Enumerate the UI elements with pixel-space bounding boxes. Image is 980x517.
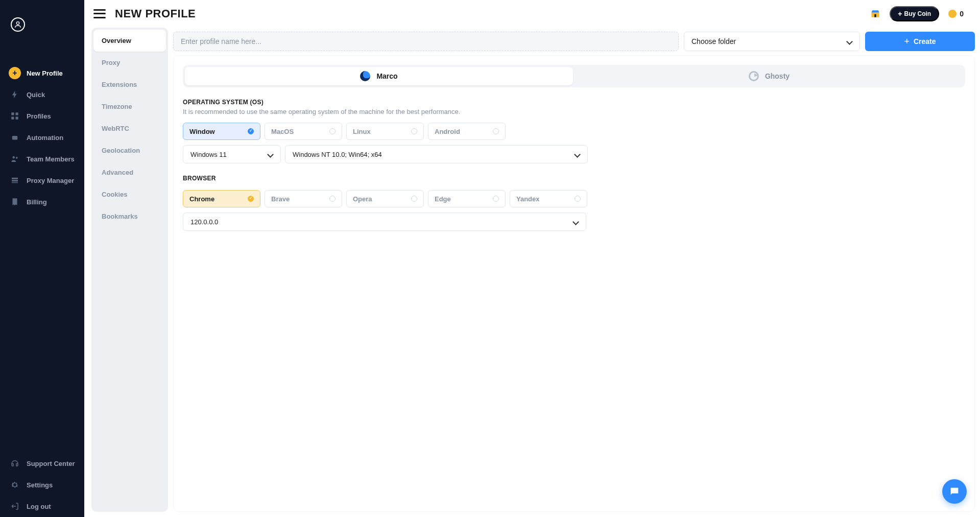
svg-rect-4 <box>16 117 18 120</box>
os-macos[interactable]: MacOS <box>265 123 342 140</box>
os-options: Window MacOS Linux Android <box>183 123 965 140</box>
nav-new-profile[interactable]: + New Profile <box>0 62 84 84</box>
radio-empty-icon <box>493 196 499 202</box>
sidebar-nav: + New Profile Quick Profiles Automation … <box>0 62 84 213</box>
coin-balance-value: 0 <box>960 10 964 18</box>
main-area: NEW PROFILE +Buy Coin 0 Overview Proxy E… <box>84 0 980 517</box>
grid-icon <box>10 111 19 121</box>
nav-team[interactable]: Team Members <box>0 148 84 170</box>
panel-header-row: Choose folder + Create <box>173 28 975 55</box>
mode-tabs: Marco Ghosty <box>183 65 965 87</box>
gear-icon <box>10 480 19 489</box>
tab-bookmarks[interactable]: Bookmarks <box>93 205 166 227</box>
tab-cookies[interactable]: Cookies <box>93 183 166 205</box>
os-ua-select[interactable]: Windows NT 10.0; Win64; x64 <box>285 145 588 163</box>
tab-advanced[interactable]: Advanced <box>93 161 166 183</box>
os-linux[interactable]: Linux <box>346 123 424 140</box>
mode-marco[interactable]: Marco <box>185 67 573 85</box>
nav-proxy-manager[interactable]: Proxy Manager <box>0 170 84 191</box>
browser-yandex[interactable]: Yandex <box>510 190 587 207</box>
nav-label: Proxy Manager <box>27 177 74 184</box>
main-panel: Choose folder + Create Marco <box>173 28 975 512</box>
chat-bubble-button[interactable] <box>942 479 967 504</box>
svg-rect-14 <box>875 14 876 17</box>
stack-icon <box>10 176 19 185</box>
os-android[interactable]: Android <box>428 123 506 140</box>
browser-brave[interactable]: Brave <box>265 190 342 207</box>
radio-empty-icon <box>575 196 581 202</box>
os-window[interactable]: Window <box>183 123 260 140</box>
bolt-icon <box>10 90 19 99</box>
chip-label: Window <box>189 128 215 135</box>
os-title: OPERATING SYSTEM (OS) <box>183 99 965 106</box>
store-icon[interactable] <box>870 9 880 19</box>
radio-empty-icon <box>411 128 417 134</box>
buy-coin-button[interactable]: +Buy Coin <box>890 6 939 21</box>
browser-chrome[interactable]: Chrome <box>183 190 260 207</box>
check-circle-icon <box>248 128 254 134</box>
chevron-down-icon <box>846 38 852 44</box>
ghosty-icon <box>749 71 759 81</box>
tab-timezone[interactable]: Timezone <box>93 96 166 118</box>
folder-select[interactable]: Choose folder <box>684 32 860 51</box>
nav-settings[interactable]: Settings <box>0 474 84 496</box>
chip-label: Chrome <box>189 195 214 203</box>
os-detail-row: Windows 11 Windows NT 10.0; Win64; x64 <box>183 145 965 163</box>
svg-rect-2 <box>16 112 18 115</box>
check-circle-icon <box>248 196 254 202</box>
create-label: Create <box>914 37 936 45</box>
chip-label: Brave <box>271 195 290 203</box>
users-icon <box>10 154 19 163</box>
tab-proxy[interactable]: Proxy <box>93 52 166 74</box>
nav-support[interactable]: Support Center <box>0 453 84 474</box>
profile-name-input[interactable] <box>173 32 679 51</box>
nav-profiles[interactable]: Profiles <box>0 105 84 127</box>
nav-logout[interactable]: Log out <box>0 496 84 517</box>
select-value: Windows 11 <box>190 151 227 158</box>
tab-webrtc[interactable]: WebRTC <box>93 118 166 139</box>
page-title: NEW PROFILE <box>115 7 196 20</box>
radio-empty-icon <box>329 128 336 134</box>
chip-label: Android <box>435 128 460 135</box>
chip-label: Edge <box>435 195 451 203</box>
browser-version-select[interactable]: 120.0.0.0 <box>183 213 586 231</box>
svg-point-6 <box>13 137 14 138</box>
nav-label: Quick <box>27 91 45 99</box>
tab-geolocation[interactable]: Geolocation <box>93 139 166 161</box>
browser-edge[interactable]: Edge <box>428 190 506 207</box>
topbar: NEW PROFILE +Buy Coin 0 <box>84 0 980 28</box>
nav-label: Settings <box>27 481 53 489</box>
nav-quick[interactable]: Quick <box>0 84 84 105</box>
plus-icon: + <box>904 36 910 47</box>
svg-rect-1 <box>11 112 14 115</box>
svg-rect-12 <box>12 182 18 183</box>
os-version-select[interactable]: Windows 11 <box>183 145 281 163</box>
browser-detail-row: 120.0.0.0 <box>183 213 965 231</box>
marco-icon <box>360 71 370 81</box>
radio-empty-icon <box>329 196 336 202</box>
mode-ghosty[interactable]: Ghosty <box>575 67 963 85</box>
nav-label: Team Members <box>27 155 75 163</box>
avatar-icon[interactable] <box>11 17 25 32</box>
select-value: Windows NT 10.0; Win64; x64 <box>293 151 382 158</box>
svg-point-9 <box>16 157 18 159</box>
tab-extensions[interactable]: Extensions <box>93 74 166 96</box>
svg-point-8 <box>13 156 15 159</box>
create-button[interactable]: + Create <box>865 32 975 51</box>
settings-tabs: Overview Proxy Extensions Timezone WebRT… <box>91 28 168 512</box>
nav-billing[interactable]: Billing <box>0 191 84 213</box>
chip-label: Opera <box>353 195 372 203</box>
coin-icon <box>948 10 957 18</box>
svg-rect-11 <box>12 180 18 181</box>
buy-coin-label: Buy Coin <box>904 10 931 17</box>
mode-label: Ghosty <box>765 72 790 80</box>
tab-overview[interactable]: Overview <box>93 30 166 52</box>
nav-label: Support Center <box>27 460 75 467</box>
nav-label: New Profile <box>27 69 63 77</box>
svg-point-7 <box>15 137 16 138</box>
svg-rect-10 <box>12 178 18 179</box>
hamburger-icon[interactable] <box>93 9 106 18</box>
browser-opera[interactable]: Opera <box>346 190 424 207</box>
nav-automation[interactable]: Automation <box>0 127 84 148</box>
browser-options: Chrome Brave Opera Edge Yandex <box>183 190 965 207</box>
